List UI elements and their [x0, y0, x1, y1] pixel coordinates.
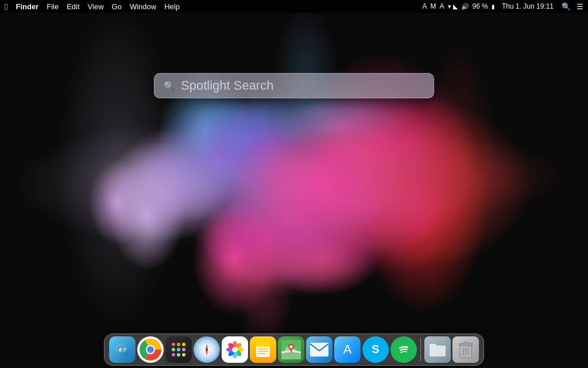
finder-menu[interactable]: Finder [16, 2, 38, 11]
window-menu[interactable]: Window [130, 2, 156, 11]
svg-point-17 [177, 348, 180, 351]
dock-divider [420, 338, 421, 361]
dock-icon-photos[interactable] [222, 336, 248, 363]
bluetooth-icon[interactable]: M [430, 2, 436, 10]
airdrop-icon[interactable]: A [422, 2, 427, 10]
dock-icon-finder[interactable] [109, 336, 136, 363]
dock-container: A S [104, 334, 484, 366]
svg-point-12 [147, 346, 154, 353]
svg-point-21 [182, 353, 185, 356]
help-menu[interactable]: Help [164, 2, 180, 11]
spotlight-input[interactable] [181, 78, 424, 93]
spotlight-menubar-icon[interactable]: 🔍 [562, 2, 571, 11]
edit-menu[interactable]: Edit [67, 2, 79, 11]
dock-icon-notes[interactable] [250, 336, 276, 363]
dock: A S [104, 334, 484, 366]
svg-rect-9 [123, 347, 126, 352]
dock-icon-spotify[interactable] [390, 336, 417, 363]
svg-point-18 [182, 348, 185, 351]
dock-icon-appstore[interactable]: A [334, 336, 361, 363]
wallpaper [0, 0, 588, 368]
svg-point-14 [177, 343, 180, 346]
spotlight-bar: 🔍 [154, 73, 434, 98]
menubar-right: A M A ▾ ◣ 🔊 96 % ▮ Thu 1. Jun 19:11 🔍 ☰ [422, 2, 583, 11]
file-menu[interactable]: File [47, 2, 59, 11]
dock-icon-skype[interactable]: S [362, 336, 389, 363]
svg-point-20 [177, 353, 180, 356]
view-menu[interactable]: View [88, 2, 104, 11]
svg-text:A: A [343, 342, 352, 356]
notification-center-icon[interactable]: ☰ [577, 2, 583, 11]
dock-icon-trash[interactable] [452, 336, 479, 363]
battery-indicator[interactable]: 96 % [473, 2, 488, 10]
svg-point-15 [182, 343, 185, 346]
svg-rect-55 [463, 342, 468, 344]
svg-point-29 [206, 348, 208, 351]
dock-icon-launchpad[interactable] [165, 336, 192, 363]
svg-point-1 [115, 343, 130, 357]
svg-point-39 [232, 347, 238, 352]
svg-rect-49 [310, 343, 328, 356]
apple-menu[interactable]:  [5, 2, 7, 12]
dock-icon-maps[interactable] [278, 336, 304, 363]
svg-point-48 [290, 346, 293, 348]
status-icons: A M A ▾ ◣ 🔊 96 % ▮ [422, 2, 494, 10]
svg-point-19 [172, 353, 175, 356]
go-menu[interactable]: Go [112, 2, 122, 11]
dock-icon-mail[interactable] [306, 336, 332, 363]
vpn-icon[interactable]: A [439, 2, 444, 10]
svg-rect-44 [257, 342, 269, 347]
spotlight-container: 🔍 [154, 73, 434, 98]
dock-icon-safari[interactable] [194, 336, 220, 363]
svg-point-16 [172, 348, 175, 351]
battery-icon: ▮ [492, 3, 495, 10]
datetime-display[interactable]: Thu 1. Jun 19:11 [502, 2, 554, 10]
svg-text:S: S [372, 343, 379, 355]
spotlight-search-icon: 🔍 [164, 80, 175, 91]
wifi-icon[interactable]: ▾ ◣ [448, 3, 458, 10]
dock-icon-chrome[interactable] [137, 336, 164, 363]
svg-rect-8 [119, 347, 122, 352]
volume-icon[interactable]: 🔊 [461, 3, 469, 10]
svg-point-13 [172, 343, 175, 346]
menubar:  Finder File Edit View Go Window Help A… [0, 0, 588, 13]
menubar-left:  Finder File Edit View Go Window Help [5, 2, 422, 12]
dock-icon-files[interactable] [424, 336, 451, 363]
